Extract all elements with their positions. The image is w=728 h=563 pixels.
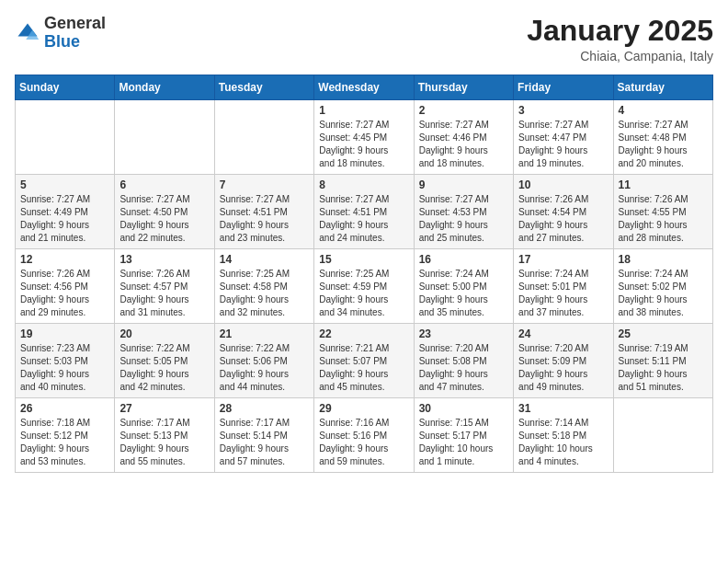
day-number: 26 (20, 402, 109, 415)
day-number: 23 (419, 327, 508, 340)
logo: General Blue (15, 15, 106, 52)
day-number: 22 (319, 327, 408, 340)
calendar-week-row: 26Sunrise: 7:18 AM Sunset: 5:12 PM Dayli… (16, 398, 713, 473)
month-title: January 2025 (527, 15, 713, 47)
calendar-day-24: 24Sunrise: 7:20 AM Sunset: 5:09 PM Dayli… (514, 324, 613, 398)
day-number: 30 (419, 402, 508, 415)
weekday-header-tuesday: Tuesday (214, 75, 313, 100)
calendar-day-30: 30Sunrise: 7:15 AM Sunset: 5:17 PM Dayli… (414, 398, 513, 473)
calendar-day-3: 3Sunrise: 7:27 AM Sunset: 4:47 PM Daylig… (514, 100, 613, 175)
weekday-header-thursday: Thursday (414, 75, 513, 100)
page-header: General Blue January 2025 Chiaia, Campan… (15, 15, 713, 63)
day-info: Sunrise: 7:25 AM Sunset: 4:58 PM Dayligh… (220, 268, 309, 319)
day-info: Sunrise: 7:27 AM Sunset: 4:51 PM Dayligh… (319, 193, 408, 245)
calendar-day-13: 13Sunrise: 7:26 AM Sunset: 4:57 PM Dayli… (115, 249, 214, 324)
weekday-header-monday: Monday (115, 75, 214, 100)
weekday-header-friday: Friday (514, 75, 613, 100)
calendar-day-7: 7Sunrise: 7:27 AM Sunset: 4:51 PM Daylig… (214, 175, 313, 249)
day-number: 20 (119, 327, 209, 340)
weekday-header-wednesday: Wednesday (314, 75, 414, 100)
day-number: 9 (419, 178, 508, 191)
day-info: Sunrise: 7:22 AM Sunset: 5:06 PM Dayligh… (220, 342, 309, 394)
logo-blue-text: Blue (44, 32, 80, 51)
day-number: 28 (220, 402, 309, 415)
day-number: 5 (20, 178, 109, 191)
calendar-day-21: 21Sunrise: 7:22 AM Sunset: 5:06 PM Dayli… (214, 324, 313, 398)
title-block: January 2025 Chiaia, Campania, Italy (527, 15, 713, 63)
day-info: Sunrise: 7:27 AM Sunset: 4:50 PM Dayligh… (119, 193, 209, 245)
day-info: Sunrise: 7:27 AM Sunset: 4:53 PM Dayligh… (419, 193, 508, 245)
calendar-day-11: 11Sunrise: 7:26 AM Sunset: 4:55 PM Dayli… (613, 175, 712, 249)
day-info: Sunrise: 7:27 AM Sunset: 4:49 PM Dayligh… (20, 193, 109, 245)
calendar-day-22: 22Sunrise: 7:21 AM Sunset: 5:07 PM Dayli… (314, 324, 414, 398)
day-info: Sunrise: 7:14 AM Sunset: 5:18 PM Dayligh… (518, 417, 608, 468)
day-info: Sunrise: 7:20 AM Sunset: 5:08 PM Dayligh… (419, 342, 508, 394)
day-info: Sunrise: 7:23 AM Sunset: 5:03 PM Dayligh… (20, 342, 109, 394)
calendar-week-row: 12Sunrise: 7:26 AM Sunset: 4:56 PM Dayli… (16, 249, 713, 324)
calendar-day-20: 20Sunrise: 7:22 AM Sunset: 5:05 PM Dayli… (115, 324, 214, 398)
day-number: 12 (20, 253, 109, 266)
day-number: 15 (319, 253, 408, 266)
calendar-day-1: 1Sunrise: 7:27 AM Sunset: 4:45 PM Daylig… (314, 100, 414, 175)
day-info: Sunrise: 7:24 AM Sunset: 5:00 PM Dayligh… (419, 268, 508, 319)
day-number: 7 (220, 178, 309, 191)
day-number: 2 (419, 104, 508, 117)
day-info: Sunrise: 7:27 AM Sunset: 4:47 PM Dayligh… (518, 119, 608, 170)
calendar-day-27: 27Sunrise: 7:17 AM Sunset: 5:13 PM Dayli… (115, 398, 214, 473)
weekday-header-saturday: Saturday (613, 75, 712, 100)
logo-general-text: General (44, 14, 106, 32)
day-number: 29 (319, 402, 408, 415)
calendar-day-8: 8Sunrise: 7:27 AM Sunset: 4:51 PM Daylig… (314, 175, 414, 249)
day-number: 18 (619, 253, 708, 266)
day-info: Sunrise: 7:27 AM Sunset: 4:46 PM Dayligh… (419, 119, 508, 170)
calendar-day-9: 9Sunrise: 7:27 AM Sunset: 4:53 PM Daylig… (414, 175, 513, 249)
day-number: 11 (619, 178, 708, 191)
day-number: 16 (419, 253, 508, 266)
calendar-day-26: 26Sunrise: 7:18 AM Sunset: 5:12 PM Dayli… (16, 398, 115, 473)
day-number: 31 (518, 402, 608, 415)
calendar-table: SundayMondayTuesdayWednesdayThursdayFrid… (15, 75, 713, 473)
calendar-empty-cell (16, 100, 115, 175)
day-info: Sunrise: 7:21 AM Sunset: 5:07 PM Dayligh… (319, 342, 408, 394)
day-info: Sunrise: 7:18 AM Sunset: 5:12 PM Dayligh… (20, 417, 109, 468)
day-number: 25 (619, 327, 708, 340)
calendar-day-29: 29Sunrise: 7:16 AM Sunset: 5:16 PM Dayli… (314, 398, 414, 473)
calendar-day-2: 2Sunrise: 7:27 AM Sunset: 4:46 PM Daylig… (414, 100, 513, 175)
day-info: Sunrise: 7:26 AM Sunset: 4:56 PM Dayligh… (20, 268, 109, 319)
calendar-empty-cell (115, 100, 214, 175)
day-number: 3 (518, 104, 608, 117)
calendar-week-row: 19Sunrise: 7:23 AM Sunset: 5:03 PM Dayli… (16, 324, 713, 398)
day-number: 19 (20, 327, 109, 340)
calendar-day-16: 16Sunrise: 7:24 AM Sunset: 5:00 PM Dayli… (414, 249, 513, 324)
calendar-week-row: 5Sunrise: 7:27 AM Sunset: 4:49 PM Daylig… (16, 175, 713, 249)
day-number: 13 (119, 253, 209, 266)
day-info: Sunrise: 7:27 AM Sunset: 4:45 PM Dayligh… (319, 119, 408, 170)
day-info: Sunrise: 7:26 AM Sunset: 4:57 PM Dayligh… (119, 268, 209, 319)
day-number: 1 (319, 104, 408, 117)
weekday-header-sunday: Sunday (16, 75, 115, 100)
day-info: Sunrise: 7:15 AM Sunset: 5:17 PM Dayligh… (419, 417, 508, 468)
calendar-day-31: 31Sunrise: 7:14 AM Sunset: 5:18 PM Dayli… (514, 398, 613, 473)
day-info: Sunrise: 7:22 AM Sunset: 5:05 PM Dayligh… (119, 342, 209, 394)
calendar-day-17: 17Sunrise: 7:24 AM Sunset: 5:01 PM Dayli… (514, 249, 613, 324)
logo-icon (15, 20, 40, 46)
day-info: Sunrise: 7:27 AM Sunset: 4:48 PM Dayligh… (619, 119, 708, 170)
day-info: Sunrise: 7:16 AM Sunset: 5:16 PM Dayligh… (319, 417, 408, 468)
calendar-day-12: 12Sunrise: 7:26 AM Sunset: 4:56 PM Dayli… (16, 249, 115, 324)
day-number: 8 (319, 178, 408, 191)
day-info: Sunrise: 7:26 AM Sunset: 4:54 PM Dayligh… (518, 193, 608, 245)
calendar-week-row: 1Sunrise: 7:27 AM Sunset: 4:45 PM Daylig… (16, 100, 713, 175)
day-info: Sunrise: 7:20 AM Sunset: 5:09 PM Dayligh… (518, 342, 608, 394)
day-number: 10 (518, 178, 608, 191)
calendar-day-6: 6Sunrise: 7:27 AM Sunset: 4:50 PM Daylig… (115, 175, 214, 249)
calendar-day-5: 5Sunrise: 7:27 AM Sunset: 4:49 PM Daylig… (16, 175, 115, 249)
calendar-day-10: 10Sunrise: 7:26 AM Sunset: 4:54 PM Dayli… (514, 175, 613, 249)
calendar-day-28: 28Sunrise: 7:17 AM Sunset: 5:14 PM Dayli… (214, 398, 313, 473)
day-number: 14 (220, 253, 309, 266)
day-number: 4 (619, 104, 708, 117)
calendar-day-19: 19Sunrise: 7:23 AM Sunset: 5:03 PM Dayli… (16, 324, 115, 398)
day-number: 6 (119, 178, 209, 191)
day-info: Sunrise: 7:24 AM Sunset: 5:02 PM Dayligh… (619, 268, 708, 319)
day-info: Sunrise: 7:25 AM Sunset: 4:59 PM Dayligh… (319, 268, 408, 319)
calendar-day-4: 4Sunrise: 7:27 AM Sunset: 4:48 PM Daylig… (613, 100, 712, 175)
